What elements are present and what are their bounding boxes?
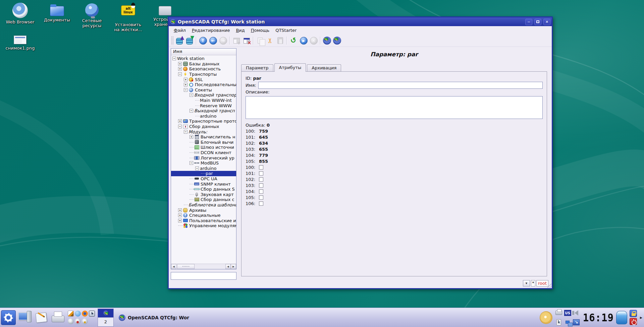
firefox-icon[interactable]: [82, 311, 88, 317]
tab-архивация[interactable]: Архивация: [307, 64, 341, 71]
print-queue-icon[interactable]: [555, 311, 562, 315]
panel-hide-arrow[interactable]: ▶: [639, 310, 643, 326]
notes-icon[interactable]: [35, 310, 49, 325]
screen-resize-icon[interactable]: ↘: [573, 319, 580, 325]
attribute-checkbox[interactable]: [259, 177, 263, 182]
desktop-icon-web-browser[interactable]: Web Browser: [3, 3, 38, 24]
refresh-icon[interactable]: ↺: [288, 36, 299, 46]
tree-expander-icon[interactable]: +: [178, 62, 182, 66]
logout-icon[interactable]: [630, 318, 637, 325]
drive-usage-icon[interactable]: [75, 318, 81, 324]
desktop-icon-documents[interactable]: Документы: [40, 3, 74, 22]
tree-item-библиотека-шаблоно[interactable]: Библиотека шаблоно: [171, 202, 236, 208]
editor-icon[interactable]: [68, 311, 74, 317]
tree-item-архивы[interactable]: +Архивы: [171, 207, 236, 213]
tree-expander-icon[interactable]: −: [190, 93, 193, 97]
taskbar-clock[interactable]: 16:19: [583, 311, 614, 324]
scrollbar-track[interactable]: [195, 264, 225, 269]
klipper-icon[interactable]: k: [556, 319, 561, 325]
cd-burner-tray-icon[interactable]: [540, 311, 552, 324]
tree-item-транспорты[interactable]: −Транспорты: [171, 72, 236, 77]
tree-expander-icon[interactable]: −: [178, 125, 182, 128]
tree-item-управление-модулям[interactable]: Управление модулям: [171, 223, 236, 228]
tree-expander-icon[interactable]: −: [190, 161, 193, 165]
tree-item-специальные[interactable]: +?Специальные: [171, 213, 236, 218]
tree-item-логический-ур[interactable]: Логический ур: [171, 155, 236, 160]
tree-expander-icon[interactable]: +: [190, 135, 193, 139]
pager-desktop-2[interactable]: 2: [98, 318, 113, 326]
name-input[interactable]: [258, 82, 543, 89]
tree-item-main-www-int[interactable]: Main WWW-int: [171, 98, 236, 103]
tree-item-сбор-данных-с[interactable]: Сбор данных с: [171, 197, 236, 202]
tree-item-work-station[interactable]: −Work station: [171, 56, 236, 61]
attribute-checkbox[interactable]: [259, 201, 263, 206]
attribute-checkbox[interactable]: [259, 189, 263, 194]
tree-item-dcon-клиент[interactable]: DCONDCON клиент: [171, 150, 236, 155]
tree-expander-icon[interactable]: +: [178, 67, 182, 71]
printer-icon[interactable]: [51, 310, 65, 325]
trash-icon[interactable]: [616, 311, 627, 324]
keyboard-layout-indicator[interactable]: US: [564, 310, 571, 316]
save-to-db-icon[interactable]: ▼: [184, 36, 195, 46]
attribute-checkbox[interactable]: [259, 195, 263, 200]
pager-desktop-1[interactable]: [98, 309, 113, 318]
user-combo-dropdown[interactable]: ▼: [523, 280, 530, 286]
tree-expander-icon[interactable]: +: [178, 208, 182, 212]
tree-item-ssl[interactable]: +SSL: [171, 77, 236, 82]
tree-expander-icon[interactable]: −: [195, 167, 199, 170]
cut-icon[interactable]: ✂: [265, 36, 275, 46]
tree-item-par[interactable]: par: [171, 171, 236, 176]
tab-атрибуты[interactable]: Атрибуты: [274, 63, 306, 72]
window-titlebar[interactable]: OpenSCADA QTCfg: Work station ─ ✕: [169, 17, 552, 26]
up-icon[interactable]: ↑: [198, 36, 208, 46]
tree-expander-icon[interactable]: −: [184, 130, 187, 134]
tree-item-безопасность[interactable]: +Безопасность: [171, 66, 236, 72]
tree-item-последовательны[interactable]: +Последовательны: [171, 82, 236, 87]
tree-filter-input[interactable]: [171, 272, 236, 280]
start-icon[interactable]: ▶: [299, 36, 309, 46]
qtstarter-config-icon[interactable]: [322, 36, 332, 46]
tree-expander-icon[interactable]: −: [178, 72, 182, 76]
tree-expander-icon[interactable]: −: [184, 88, 187, 92]
tree-item-входной-транспор[interactable]: −Входной транспор: [171, 92, 236, 98]
tree-expander-icon[interactable]: −: [172, 57, 176, 60]
terminal-icon[interactable]: [89, 311, 95, 317]
menu-item-файл[interactable]: Файл: [171, 27, 189, 34]
scroll-left-icon[interactable]: ◀: [171, 264, 176, 269]
tree-expander-icon[interactable]: +: [184, 83, 187, 86]
tree-item-шлюз-источни[interactable]: Шлюз источни: [171, 145, 236, 150]
menu-item-qtstarter[interactable]: QTStarter: [272, 27, 300, 34]
qtstarter-tools-icon[interactable]: [332, 36, 342, 46]
tree-item-snmp-клиент[interactable]: SNMPSNMP клиент: [171, 181, 236, 187]
attribute-checkbox[interactable]: [259, 183, 263, 188]
burner-icon[interactable]: [82, 318, 88, 324]
scroll-right-icon[interactable]: ▶: [231, 264, 236, 269]
tree-item-сокеты[interactable]: −Сокеты: [171, 87, 236, 93]
scroll-left-icon[interactable]: ◀: [225, 264, 231, 269]
desktop-icon-image-file[interactable]: снимок1.png: [3, 36, 38, 51]
k-menu-button[interactable]: [1, 310, 16, 325]
my-computer-icon[interactable]: [18, 310, 32, 325]
tree-expander-icon[interactable]: +: [184, 78, 187, 81]
tree-item-сбор-данных-s[interactable]: SIEMENSСбор данных S: [171, 187, 236, 192]
menu-item-помощь[interactable]: Помощь: [248, 27, 272, 34]
tree-item-выходной-трансп[interactable]: −Выходной трансп: [171, 108, 236, 114]
desktop-icon-network-resources[interactable]: Сетевые ресурсы: [74, 3, 109, 28]
close-button[interactable]: ✕: [543, 19, 550, 25]
taskbar-window-button[interactable]: OpenSCADA QTCfg: Wor: [116, 309, 210, 326]
tree-item-arduino[interactable]: arduino: [171, 114, 236, 119]
menu-item-вид[interactable]: Вид: [233, 27, 248, 34]
attribute-checkbox[interactable]: [259, 171, 263, 176]
menu-item-редактирование[interactable]: Редактирование: [189, 27, 233, 34]
drive-icon[interactable]: [68, 318, 74, 324]
minimize-button[interactable]: ─: [525, 19, 532, 25]
tree-item-arduino[interactable]: −arduino: [171, 166, 236, 171]
maximize-button[interactable]: [534, 19, 541, 25]
scrollbar-thumb[interactable]: [177, 264, 195, 269]
desktop-icon-install-to-hdd[interactable]: alt linuxУстановить на жёстки...: [111, 3, 146, 32]
tree-item-блочный-вычи[interactable]: Блочный вычи: [171, 140, 236, 145]
tree-expander-icon[interactable]: +: [178, 213, 182, 217]
tree-item-modbus[interactable]: −ModBUS: [171, 160, 236, 166]
tab-параметр[interactable]: Параметр: [241, 64, 273, 71]
messenger-icon[interactable]: [75, 311, 81, 317]
